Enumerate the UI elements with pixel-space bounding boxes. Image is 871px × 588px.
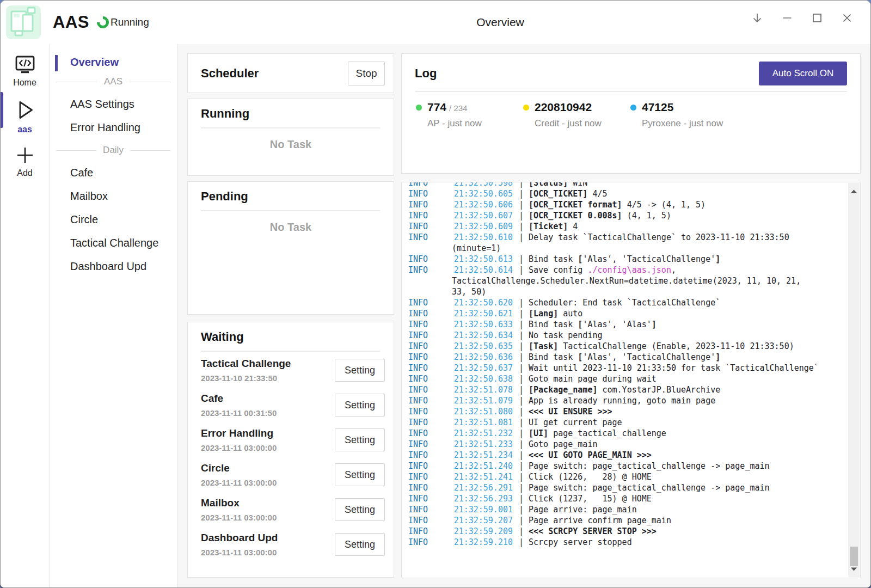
log-message: <<< UI ENSURE >>>: [529, 406, 612, 417]
stat-value-row: 47125: [642, 101, 723, 114]
log-timestamp: 21:32:59.210: [452, 537, 513, 548]
scrollbar-up-arrow[interactable]: [848, 187, 860, 195]
pending-empty-text: No Task: [201, 221, 381, 234]
log-message: [Task] TacticalChallenge (Enable, 2023-1…: [529, 341, 794, 352]
log-message: Goto page_main: [529, 439, 597, 450]
log-timestamp: 21:32:50.638: [452, 373, 513, 384]
log-level: INFO: [402, 330, 452, 341]
log-row: INFO21:32:50.634|No task pending: [402, 330, 844, 341]
log-separator: |: [519, 471, 524, 482]
log-level: INFO: [402, 504, 452, 515]
log-row: INFO21:32:50.610|Delay task `TacticalCha…: [402, 232, 844, 243]
log-message: Save config ./config\aas.json,: [529, 265, 676, 275]
rail-item-add[interactable]: Add: [1, 144, 49, 178]
task-setting-button[interactable]: Setting: [335, 359, 385, 382]
log-level: INFO: [402, 232, 452, 243]
log-level: INFO: [402, 341, 452, 352]
log-message: [OCR_TICKET 0.008s] (4, 1, 5): [529, 210, 671, 221]
scrollbar-down-arrow[interactable]: [848, 565, 860, 573]
nav-item-aas-settings[interactable]: AAS Settings: [50, 93, 177, 116]
log-separator: |: [519, 504, 524, 515]
log-message: Bind task ['Alas', 'TacticalChallenge']: [529, 352, 720, 363]
log-message: No task pending: [529, 330, 602, 341]
log-separator: |: [519, 395, 524, 406]
pending-card: Pending No Task: [187, 181, 394, 315]
window-controls: [745, 1, 865, 35]
waiting-task-next-run: 2023-11-11 00:31:50: [201, 408, 277, 418]
autoscroll-toggle-button[interactable]: Auto Scroll ON: [759, 62, 847, 85]
task-setting-button[interactable]: Setting: [335, 498, 385, 521]
nav-item-circle[interactable]: Circle: [50, 208, 177, 231]
nav-item-error-handling[interactable]: Error Handling: [50, 116, 177, 139]
log-timestamp: 21:32:50.610: [452, 232, 513, 243]
task-setting-button[interactable]: Setting: [335, 533, 385, 556]
task-setting-button[interactable]: Setting: [335, 428, 385, 451]
log-message: Wait until 2023-11-10 21:33:50 for task …: [529, 363, 819, 373]
log-separator: |: [519, 450, 524, 461]
log-separator: |: [519, 330, 524, 341]
task-setting-button[interactable]: Setting: [335, 463, 385, 486]
waiting-task-name: Dashboard Upd: [201, 532, 278, 544]
waiting-task-info: Cafe2023-11-11 00:31:50: [201, 393, 277, 418]
log-row: INFO21:32:59.001|Page arrive: page_main: [402, 504, 844, 515]
rail-item-home[interactable]: Home: [1, 55, 49, 88]
log-message: [Ticket] 4: [529, 221, 578, 232]
scrollbar-thumb[interactable]: [850, 547, 858, 566]
stat-dot-icon: [523, 105, 529, 111]
waiting-task-info: Circle2023-11-11 03:00:00: [201, 462, 277, 487]
log-separator: |: [519, 439, 524, 450]
log-row: INFO21:32:50.633|Bind task ['Alas', 'Ala…: [402, 319, 844, 330]
log-timestamp: 21:32:51.080: [452, 406, 513, 417]
log-separator: |: [519, 232, 524, 243]
log-timestamp: 21:32:50.607: [452, 210, 513, 221]
play-icon: [13, 97, 38, 122]
scheduler-stop-button[interactable]: Stop: [348, 62, 385, 85]
running-empty-text: No Task: [201, 138, 381, 151]
task-setting-button[interactable]: Setting: [335, 394, 385, 416]
log-message: Page switch: page_tactical_challenge -> …: [529, 461, 770, 471]
log-message: Scrcpy server stopped: [529, 537, 632, 548]
log-level: INFO: [402, 319, 452, 330]
log-panel[interactable]: INFO21:32:50.598|[Status] WININFO21:32:5…: [401, 182, 861, 578]
log-row: INFO21:32:50.620|Scheduler: End task `Ta…: [402, 297, 844, 308]
log-row: INFO21:32:50.598|[Status] WIN: [402, 182, 844, 188]
waiting-task-next-run: 2023-11-11 03:00:00: [201, 513, 277, 522]
log-level: INFO: [402, 450, 452, 461]
log-card: Log Auto Scroll ON 774/ 234AP - just now…: [401, 53, 861, 174]
log-row: INFO21:32:50.613|Bind task ['Alas', 'Tac…: [402, 254, 844, 265]
dashboard-stat: 47125Pyroxene - just now: [630, 101, 738, 129]
stat-value: 220810942: [535, 101, 592, 113]
log-timestamp: 21:32:59.209: [452, 526, 513, 537]
minimize-button[interactable]: [775, 6, 799, 30]
nav-menu: Overview AASAAS SettingsError HandlingDa…: [50, 44, 177, 588]
log-message: Bind task ['Alas', 'Alas']: [529, 319, 657, 330]
nav-item-cafe[interactable]: Cafe: [50, 161, 177, 185]
log-level: INFO: [402, 395, 452, 406]
log-timestamp: 21:32:50.634: [452, 330, 513, 341]
log-message: Page arrive: page_main: [529, 504, 637, 515]
nav-item-tactical-challenge[interactable]: Tactical Challenge: [50, 231, 177, 255]
scheduler-card: Scheduler Stop: [187, 53, 394, 93]
log-message: UI get current page: [529, 417, 622, 428]
rail-home-label: Home: [13, 78, 36, 88]
log-scrollbar[interactable]: [848, 183, 860, 577]
log-timestamp: 21:32:50.613: [452, 254, 513, 265]
log-level: INFO: [402, 265, 452, 275]
stat-dot-icon: [416, 105, 422, 111]
log-separator: |: [519, 352, 524, 363]
nav-item-mailbox[interactable]: Mailbox: [50, 185, 177, 208]
log-level: INFO: [402, 537, 452, 548]
log-separator: |: [519, 384, 524, 395]
nav-section-label: AAS: [104, 76, 122, 87]
maximize-button[interactable]: [805, 6, 829, 30]
log-level: INFO: [402, 182, 452, 188]
log-separator: |: [519, 341, 524, 352]
nav-item-dashboard-upd[interactable]: Dashboard Upd: [50, 255, 177, 278]
log-row: INFO21:32:50.614|Save config ./config\aa…: [402, 265, 844, 275]
log-row: INFO21:32:50.607|[OCR_TICKET 0.008s] (4,…: [402, 210, 844, 221]
divider: [201, 127, 381, 128]
close-button[interactable]: [835, 6, 859, 30]
rail-item-aas[interactable]: aas: [1, 97, 49, 134]
download-update-button[interactable]: [745, 6, 769, 30]
nav-item-overview[interactable]: Overview: [50, 54, 177, 71]
